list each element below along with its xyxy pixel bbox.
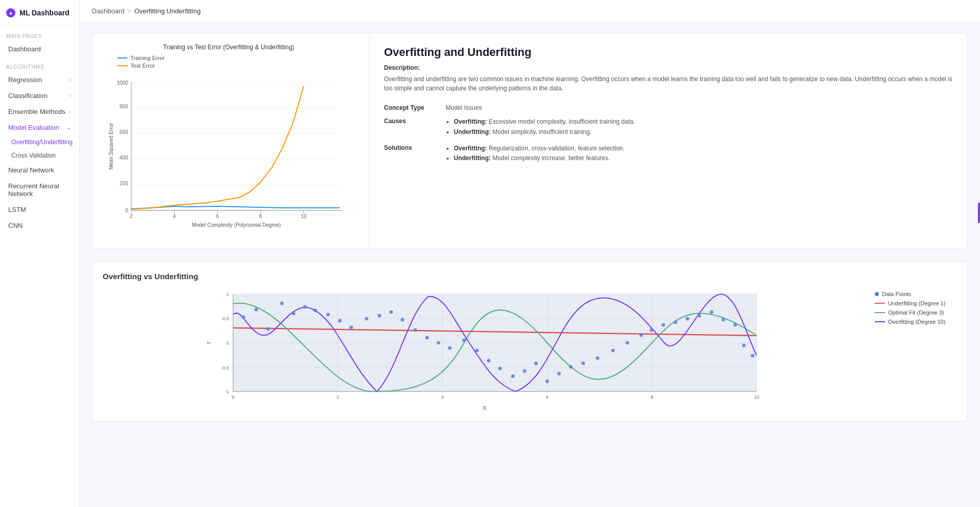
svg-point-67 bbox=[414, 328, 417, 332]
description-panel: Overfitting and Underfitting Description… bbox=[370, 33, 967, 248]
legend-optimal: Optimal Fit (Degree 3) bbox=[875, 309, 957, 316]
svg-point-77 bbox=[534, 362, 538, 365]
desc-text: Overfitting and underfitting are two com… bbox=[384, 74, 953, 93]
sidebar-item-rnn[interactable]: Recurrent Neural Network bbox=[2, 179, 77, 201]
causes-values: Overfitting: Excessive model complexity,… bbox=[446, 114, 953, 141]
svg-point-68 bbox=[426, 336, 429, 340]
svg-text:Model Complexity (Polynomial D: Model Complexity (Polynomial Degree) bbox=[192, 222, 281, 228]
svg-point-63 bbox=[365, 317, 369, 321]
legend-training-label: Training Error bbox=[130, 55, 165, 61]
svg-point-54 bbox=[255, 308, 258, 311]
sidebar-subitem-overfitting-label: Overfitting/Underfitting bbox=[11, 139, 72, 146]
svg-point-90 bbox=[698, 314, 701, 318]
svg-point-92 bbox=[722, 318, 725, 322]
chart1-legend: Training Error Test Error bbox=[97, 55, 361, 69]
svg-point-95 bbox=[751, 354, 755, 358]
svg-point-79 bbox=[558, 372, 561, 376]
causes-label: Causes bbox=[384, 114, 446, 141]
page-content: Training vs Test Error (Overfitting & Un… bbox=[80, 23, 980, 444]
legend-underfitting-label: Underfitting (Degree 1) bbox=[888, 300, 946, 306]
legend-underfitting: Underfitting (Degree 1) bbox=[875, 300, 957, 306]
sidebar-item-ensemble-methods[interactable]: Ensemble Methods › bbox=[2, 104, 77, 119]
svg-text:Mean Squared Error: Mean Squared Error bbox=[108, 123, 114, 169]
svg-text:4: 4 bbox=[441, 395, 444, 400]
desc-table: Concept Type Model Issues Causes Overfit… bbox=[384, 101, 953, 167]
table-row-causes: Causes Overfitting: Excessive model comp… bbox=[384, 114, 953, 141]
chart2-x-axis-label: X bbox=[103, 405, 867, 411]
desc-label: Description: bbox=[384, 64, 953, 71]
sidebar-subitem-cross-validation[interactable]: Cross Validation bbox=[2, 149, 77, 162]
chart1-container: Training vs Test Error (Overfitting & Un… bbox=[92, 33, 370, 248]
svg-point-69 bbox=[437, 341, 440, 345]
sidebar-item-neural-label: Neural Network bbox=[8, 166, 54, 174]
sidebar-item-dashboard-label: Dashboard bbox=[8, 45, 41, 53]
svg-text:0.5: 0.5 bbox=[222, 316, 229, 321]
breadcrumb: Dashboard > Overfitting Underfitting bbox=[80, 0, 980, 23]
sidebar-item-ensemble-label: Ensemble Methods bbox=[8, 108, 65, 115]
svg-point-71 bbox=[463, 339, 466, 342]
svg-point-62 bbox=[350, 326, 353, 329]
svg-text:0: 0 bbox=[125, 208, 128, 213]
legend-data-points-label: Data Points bbox=[882, 291, 911, 297]
top-section: Training vs Test Error (Overfitting & Un… bbox=[92, 33, 968, 249]
svg-text:6: 6 bbox=[216, 213, 219, 219]
sidebar-subitem-overfitting[interactable]: Overfitting/Underfitting bbox=[2, 136, 77, 148]
svg-text:1: 1 bbox=[226, 292, 229, 297]
sidebar-item-regression-label: Regression bbox=[8, 76, 42, 84]
svg-point-85 bbox=[640, 334, 643, 337]
chart2-svg: 1 0.5 0 -0.5 -1 0 2 4 6 8 10 y bbox=[103, 289, 867, 402]
legend-data-points: Data Points bbox=[875, 291, 957, 297]
svg-point-87 bbox=[662, 323, 665, 327]
legend-underfitting-line bbox=[875, 303, 885, 304]
legend-optimal-line bbox=[875, 312, 885, 313]
sidebar-item-dashboard[interactable]: Dashboard bbox=[2, 42, 77, 56]
sidebar-item-lstm-label: LSTM bbox=[8, 206, 26, 213]
chart2-legend: Data Points Underfitting (Degree 1) Opti… bbox=[875, 289, 957, 325]
section-label-main: MAIN PAGES bbox=[0, 26, 79, 41]
sidebar-item-regression[interactable]: Regression › bbox=[2, 72, 77, 87]
svg-text:-1: -1 bbox=[225, 389, 229, 394]
svg-text:-0.5: -0.5 bbox=[221, 365, 229, 371]
svg-point-84 bbox=[626, 341, 629, 345]
sidebar-logo: ● ML Dashboard bbox=[0, 0, 79, 26]
svg-text:y: y bbox=[205, 341, 210, 344]
svg-point-80 bbox=[569, 365, 573, 369]
legend-overfitting: Overfitting (Degree 10) bbox=[875, 319, 957, 325]
svg-text:10: 10 bbox=[301, 213, 307, 219]
sidebar-item-lstm[interactable]: LSTM bbox=[2, 202, 77, 217]
sidebar-item-neural-network[interactable]: Neural Network bbox=[2, 163, 77, 178]
chevron-down-icon: ⌄ bbox=[67, 125, 71, 130]
legend-test-line bbox=[117, 65, 127, 66]
svg-point-73 bbox=[487, 359, 491, 363]
legend-test-label: Test Error bbox=[130, 63, 155, 69]
svg-point-72 bbox=[475, 349, 479, 353]
concept-type-value: Model Issues bbox=[446, 101, 953, 114]
sidebar-item-cnn[interactable]: CNN bbox=[2, 218, 77, 233]
sidebar-item-classification[interactable]: Classification › bbox=[2, 88, 77, 103]
sidebar-item-model-evaluation[interactable]: Model Evaluation ⌄ bbox=[2, 120, 77, 135]
svg-point-53 bbox=[242, 316, 245, 319]
solutions-item-2: Underfitting: Model complexity increase,… bbox=[454, 154, 953, 163]
svg-point-60 bbox=[326, 313, 330, 317]
svg-text:400: 400 bbox=[120, 155, 128, 161]
chart2-wrap: 1 0.5 0 -0.5 -1 0 2 4 6 8 10 y bbox=[103, 289, 957, 411]
svg-point-91 bbox=[710, 310, 714, 314]
chart1-svg-wrapper: 0 200 400 600 800 1000 2 bbox=[97, 72, 361, 238]
svg-point-94 bbox=[742, 344, 746, 347]
chevron-right-icon: › bbox=[69, 109, 71, 114]
chart1-svg: 0 200 400 600 800 1000 2 bbox=[97, 72, 361, 236]
svg-point-56 bbox=[280, 302, 284, 305]
svg-text:0: 0 bbox=[226, 341, 229, 346]
svg-point-81 bbox=[582, 362, 585, 365]
breadcrumb-home[interactable]: Dashboard bbox=[92, 7, 125, 15]
sidebar-item-rnn-label: Recurrent Neural Network bbox=[8, 182, 71, 198]
section-label-algorithms: ALGORITHMS bbox=[0, 57, 79, 72]
svg-text:2: 2 bbox=[336, 395, 339, 400]
sidebar-item-model-eval-label: Model Evaluation bbox=[8, 124, 60, 131]
legend-training: Training Error bbox=[117, 55, 361, 61]
legend-optimal-label: Optimal Fit (Degree 3) bbox=[888, 309, 944, 316]
svg-point-65 bbox=[390, 310, 393, 314]
chevron-right-icon: › bbox=[69, 77, 71, 83]
svg-point-66 bbox=[401, 318, 405, 322]
causes-item-1: Overfitting: Excessive model complexity,… bbox=[454, 118, 953, 126]
